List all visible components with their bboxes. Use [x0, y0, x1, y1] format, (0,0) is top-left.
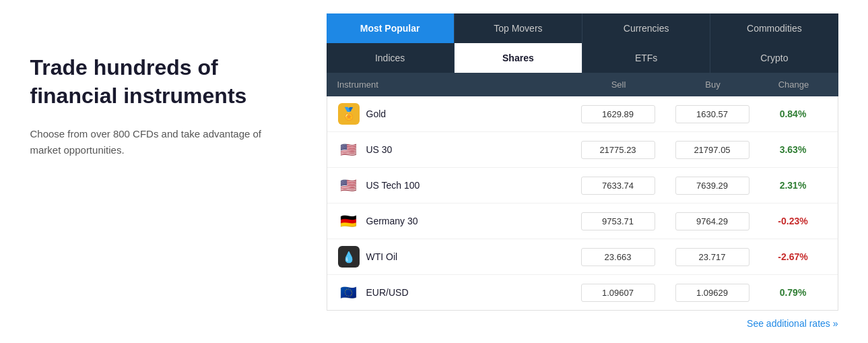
change-value: 3.63%: [760, 144, 827, 155]
left-panel: Trade hundreds of financial instruments …: [30, 13, 286, 158]
buy-input[interactable]: [675, 248, 749, 266]
instrument-name: EUR/USD: [366, 287, 409, 298]
instrument-cell: 🇺🇸 US Tech 100: [338, 175, 571, 196]
col-change: Change: [760, 80, 828, 90]
sell-price-box: [571, 248, 665, 266]
sell-price-box: [571, 141, 665, 159]
buy-input[interactable]: [675, 212, 749, 230]
instrument-cell: 🇺🇸 US 30: [338, 139, 571, 160]
col-buy: Buy: [666, 80, 760, 90]
tabs-row-1: Most Popular Top Movers Currencies Commo…: [327, 13, 838, 43]
change-value: 2.31%: [760, 180, 827, 191]
sell-price-box: [571, 105, 665, 123]
buy-price-box: [665, 141, 760, 159]
instrument-name: US Tech 100: [366, 180, 420, 191]
us-flag-icon: 🇺🇸: [338, 175, 360, 196]
buy-input[interactable]: [675, 284, 749, 302]
instrument-cell: 🏅 Gold: [338, 103, 571, 125]
sell-input[interactable]: [581, 105, 655, 123]
buy-price-box: [665, 248, 760, 266]
table-header: Instrument Sell Buy Change: [327, 73, 838, 96]
description: Choose from over 800 CFDs and take advan…: [30, 126, 286, 158]
see-rates-link[interactable]: See additional rates »: [747, 318, 838, 329]
oil-icon: 💧: [338, 246, 360, 268]
sell-input[interactable]: [581, 284, 655, 302]
page-wrapper: Trade hundreds of financial instruments …: [30, 13, 838, 332]
tab-most-popular[interactable]: Most Popular: [327, 13, 455, 43]
instrument-cell: 💧 WTI Oil: [338, 246, 571, 268]
us-flag-icon: 🇺🇸: [338, 139, 360, 160]
sell-price-box: [571, 284, 665, 302]
table-row: 🇩🇪 Germany 30 -0.23%: [327, 204, 838, 239]
sell-input[interactable]: [581, 141, 655, 159]
eu-flag-icon: 🇪🇺: [338, 282, 360, 303]
change-value: 0.79%: [760, 287, 827, 298]
sell-input[interactable]: [581, 177, 655, 195]
sell-input[interactable]: [581, 248, 655, 266]
instrument-name: Germany 30: [366, 216, 418, 226]
sell-price-box: [571, 177, 665, 195]
buy-price-box: [665, 105, 760, 123]
see-rates-section: See additional rates »: [327, 311, 838, 332]
gold-icon: 🏅: [338, 103, 360, 125]
instrument-name: US 30: [366, 144, 393, 155]
tabs-row-2: Indices Shares ETFs Crypto: [327, 43, 838, 73]
headline: Trade hundreds of financial instruments: [30, 54, 286, 110]
tab-commodities[interactable]: Commodities: [710, 13, 838, 43]
buy-input[interactable]: [675, 141, 749, 159]
col-sell: Sell: [572, 80, 666, 90]
change-value: 0.84%: [760, 108, 827, 119]
change-value: -2.67%: [760, 251, 827, 262]
de-flag-icon: 🇩🇪: [338, 210, 360, 232]
table-row: 🇪🇺 EUR/USD 0.79%: [327, 275, 838, 310]
buy-input[interactable]: [675, 177, 749, 195]
tab-top-movers[interactable]: Top Movers: [455, 13, 582, 43]
tab-etfs[interactable]: ETFs: [582, 43, 710, 73]
instrument-cell: 🇪🇺 EUR/USD: [338, 282, 571, 303]
table-row: 🇺🇸 US Tech 100 2.31%: [327, 168, 838, 204]
table-row: 🇺🇸 US 30 3.63%: [327, 132, 838, 168]
table-row: 🏅 Gold 0.84%: [327, 96, 838, 132]
table-body: 🏅 Gold 0.84% 🇺🇸 US 30: [327, 96, 838, 311]
buy-price-box: [665, 177, 760, 195]
tab-indices[interactable]: Indices: [327, 43, 455, 73]
right-panel: Most Popular Top Movers Currencies Commo…: [327, 13, 838, 332]
change-value: -0.23%: [760, 216, 827, 226]
sell-price-box: [571, 212, 665, 230]
col-instrument: Instrument: [337, 80, 572, 90]
table-row: 💧 WTI Oil -2.67%: [327, 239, 838, 275]
tab-shares[interactable]: Shares: [455, 43, 582, 73]
sell-input[interactable]: [581, 212, 655, 230]
instrument-name: Gold: [366, 108, 387, 119]
tab-crypto[interactable]: Crypto: [710, 43, 838, 73]
instrument-cell: 🇩🇪 Germany 30: [338, 210, 571, 232]
buy-input[interactable]: [675, 105, 749, 123]
buy-price-box: [665, 284, 760, 302]
instrument-name: WTI Oil: [366, 251, 398, 262]
buy-price-box: [665, 212, 760, 230]
tab-currencies[interactable]: Currencies: [582, 13, 710, 43]
